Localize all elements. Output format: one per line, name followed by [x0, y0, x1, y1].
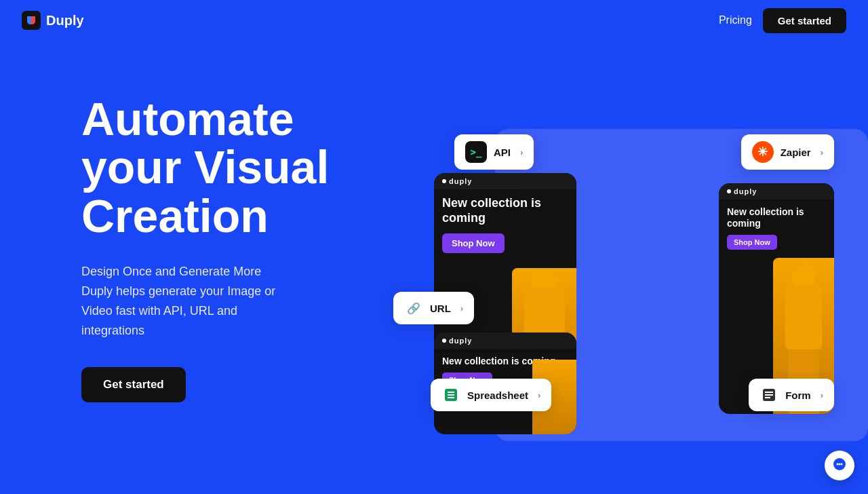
- nav-right: Pricing Get started: [719, 8, 846, 33]
- brand-dot: [442, 179, 446, 183]
- navbar: Duply Pricing Get started: [0, 0, 868, 41]
- logo-text: Duply: [46, 13, 84, 28]
- pricing-link[interactable]: Pricing: [719, 14, 752, 26]
- form-icon: [760, 385, 778, 404]
- sheets-icon: [441, 385, 460, 404]
- shop-now-button-left[interactable]: Shop Now: [442, 233, 505, 253]
- url-chevron-icon: ›: [460, 303, 463, 314]
- api-label: API: [494, 147, 511, 158]
- spreadsheet-chevron-icon: ›: [538, 390, 540, 400]
- nav-get-started-button[interactable]: Get started: [763, 8, 846, 33]
- zapier-icon: ✳: [752, 141, 774, 163]
- svg-rect-3: [448, 394, 454, 396]
- chat-icon: [832, 457, 847, 475]
- url-pill[interactable]: 🔗 URL ›: [393, 292, 474, 324]
- brand-dot-bottom: [442, 339, 446, 343]
- hero-get-started-button[interactable]: Get started: [81, 367, 186, 402]
- hero-section: Automate your Visual Creation Design Onc…: [0, 41, 393, 402]
- spreadsheet-label: Spreadsheet: [467, 390, 528, 401]
- logo-icon: [22, 11, 41, 30]
- brand-name-bottom: duply: [449, 337, 472, 345]
- svg-rect-8: [765, 397, 770, 398]
- brand-dot-right: [727, 189, 731, 193]
- api-pill[interactable]: >_ API ›: [454, 134, 534, 170]
- hero-title: Automate your Visual Creation: [81, 95, 393, 240]
- svg-point-10: [837, 463, 839, 465]
- hero-subtitle: Design Once and Generate MoreDuply helps…: [81, 262, 380, 340]
- zapier-chevron-icon: ›: [821, 147, 823, 157]
- spreadsheet-pill[interactable]: Spreadsheet ›: [431, 379, 551, 411]
- svg-rect-6: [765, 392, 773, 393]
- svg-rect-7: [765, 394, 773, 396]
- zapier-pill[interactable]: ✳ Zapier ›: [741, 134, 834, 170]
- card-headline-large: New collection is coming: [442, 196, 568, 225]
- form-label: Form: [785, 390, 811, 401]
- form-pill[interactable]: Form ›: [749, 379, 834, 411]
- link-icon: 🔗: [404, 299, 423, 318]
- logo[interactable]: Duply: [22, 11, 84, 30]
- svg-point-12: [841, 463, 843, 465]
- brand-name-right: duply: [734, 187, 757, 195]
- terminal-icon: >_: [465, 141, 487, 163]
- svg-rect-2: [448, 392, 454, 393]
- chat-bubble[interactable]: [825, 451, 854, 480]
- svg-point-11: [839, 463, 841, 465]
- zapier-label: Zapier: [781, 147, 811, 158]
- card-brand-right: duply: [719, 183, 834, 200]
- brand-name-left: duply: [449, 177, 472, 185]
- form-chevron-icon: ›: [821, 390, 823, 400]
- svg-rect-4: [448, 397, 454, 398]
- card-brand-bottom: duply: [434, 332, 576, 349]
- card-brand-left: duply: [434, 173, 576, 189]
- shop-now-button-right[interactable]: Shop Now: [727, 235, 777, 250]
- illustration-area: duply New collection is coming Shop Now …: [393, 41, 868, 494]
- card-headline-right: New collection is coming: [727, 206, 826, 229]
- api-chevron-icon: ›: [520, 147, 523, 157]
- url-label: URL: [430, 303, 451, 314]
